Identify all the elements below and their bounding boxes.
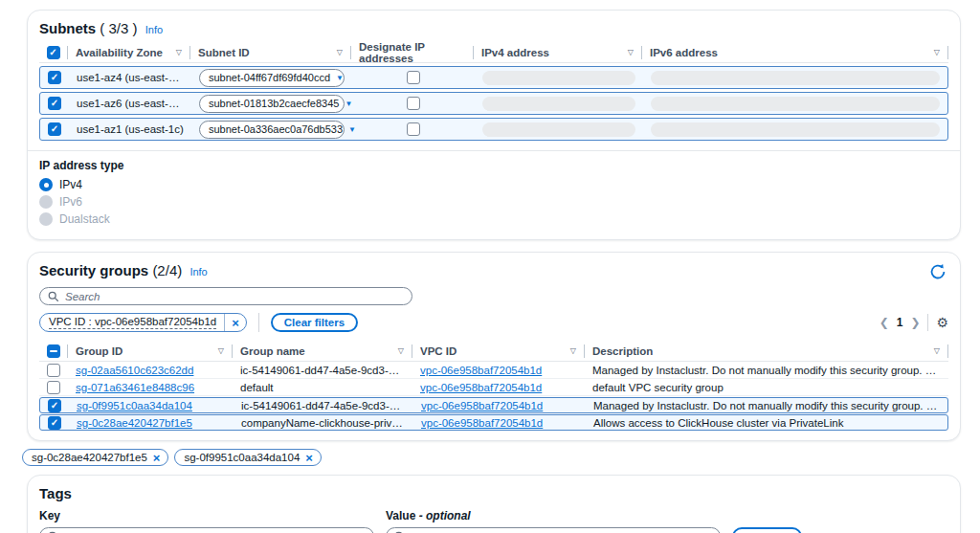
description-value: default VPC security group: [585, 382, 948, 393]
vpc-id-link[interactable]: vpc-06e958baf72054b1d: [421, 400, 543, 411]
tag-key-label: Key: [39, 509, 374, 522]
security-group-row[interactable]: sg-02aa5610c623c62dd ic-54149061-dd47-4a…: [39, 362, 948, 379]
sg-row-checkbox[interactable]: ✓: [48, 416, 61, 430]
refresh-icon[interactable]: [929, 262, 948, 281]
designate-ip-checkbox[interactable]: [407, 71, 420, 84]
group-name-value: ic-54149061-dd47-4a5e-9cd3-78c5dfe...: [233, 365, 412, 376]
sort-icon[interactable]: ▽: [398, 346, 404, 355]
subnet-id-value: subnet-01813b2caecfe8345: [209, 98, 339, 109]
group-name-value: companyName-clickhouse-privatelink-g...: [234, 417, 413, 429]
sg-chip: sg-0f9951c0aa34da104 ×: [174, 449, 321, 466]
column-header-vpc-id[interactable]: VPC ID▽: [412, 344, 585, 358]
sort-icon[interactable]: ▽: [934, 346, 940, 355]
clear-value-icon[interactable]: ×: [704, 529, 712, 533]
sort-icon[interactable]: ▽: [337, 48, 343, 56]
subnet-row-checkbox[interactable]: ✓: [48, 122, 61, 136]
description-value: Managed by Instaclustr. Do not manually …: [585, 365, 948, 376]
tags-title: Tags: [39, 485, 948, 501]
column-header-group-id[interactable]: Group ID▽: [68, 344, 233, 358]
column-header-ipv4-address[interactable]: IPv4 address▽: [474, 46, 642, 59]
subnet-id-select[interactable]: subnet-0a336aec0a76db533 ▼: [199, 121, 345, 139]
create-endpoint-page: Subnets ( 3/3 ) Info ✓ Availability Zone…: [0, 0, 980, 533]
tag-value-field[interactable]: ×: [386, 527, 721, 533]
remove-chip-icon[interactable]: ×: [300, 451, 319, 465]
vpc-id-link[interactable]: vpc-06e958baf72054b1d: [421, 417, 543, 429]
security-groups-count: (2/4): [152, 262, 182, 278]
pager-divider: [927, 314, 928, 331]
security-group-row[interactable]: sg-071a63461e8488c96 default vpc-06e958b…: [39, 379, 948, 396]
pagination: ❮ 1 ❯ ⚙: [880, 314, 948, 331]
subnet-row[interactable]: ✓ use1-az1 (us-east-1c) subnet-0a336aec0…: [39, 118, 948, 141]
tag-value-label: Value - optional: [386, 509, 721, 522]
vpc-id-link[interactable]: vpc-06e958baf72054b1d: [420, 365, 542, 376]
subnets-info-link[interactable]: Info: [145, 24, 163, 35]
subnets-card: Subnets ( 3/3 ) Info ✓ Availability Zone…: [27, 10, 961, 240]
column-header-description[interactable]: Description▽: [585, 344, 948, 358]
remove-tag-button[interactable]: Remove: [732, 527, 802, 533]
sort-icon[interactable]: ▽: [218, 346, 224, 355]
vpc-filter-token: VPC ID : vpc-06e958baf72054b1d ×: [39, 313, 247, 332]
chevron-left-icon[interactable]: ❮: [880, 316, 889, 329]
filter-divider: [258, 313, 259, 332]
sg-select-all-checkbox[interactable]: [47, 344, 60, 358]
page-number[interactable]: 1: [897, 316, 903, 329]
column-header-subnet-id[interactable]: Subnet ID▽: [190, 46, 351, 59]
subnets-title-text: Subnets: [39, 20, 96, 36]
group-id-link[interactable]: sg-02aa5610c623c62dd: [76, 365, 193, 376]
column-header-ipv6-address[interactable]: IPv6 address▽: [642, 46, 948, 59]
column-header-designate-ip: Designate IP addresses: [351, 46, 474, 59]
ipv6-address-field: [651, 97, 940, 111]
tag-key-field[interactable]: ×: [39, 527, 374, 533]
designate-ip-checkbox[interactable]: [407, 122, 420, 136]
search-input[interactable]: [65, 291, 404, 302]
sort-icon[interactable]: ▽: [176, 48, 182, 56]
security-group-row-selected[interactable]: ✓ sg-0f9951c0aa34da104 ic-54149061-dd47-…: [39, 397, 948, 413]
group-name-value: default: [233, 382, 412, 393]
subnet-row-checkbox[interactable]: ✓: [48, 71, 61, 84]
availability-zone-value: use1-az1 (us-east-1c): [69, 123, 191, 135]
remove-chip-icon[interactable]: ×: [147, 451, 167, 465]
ipv4-address-field: [482, 122, 635, 137]
remove-filter-icon[interactable]: ×: [225, 316, 246, 330]
sg-chip: sg-0c28ae420427bf1e5 ×: [22, 449, 168, 466]
column-header-availability-zone[interactable]: Availability Zone▽: [68, 46, 190, 59]
security-groups-search[interactable]: [39, 287, 412, 305]
radio-selected-icon[interactable]: [39, 178, 53, 191]
subnets-count: ( 3/3 ): [100, 20, 137, 36]
gear-icon[interactable]: ⚙: [936, 315, 948, 330]
subnet-row-checkbox[interactable]: ✓: [48, 97, 61, 110]
radio-option-ipv4[interactable]: IPv4: [39, 178, 948, 191]
subnet-id-select[interactable]: subnet-01813b2caecfe8345 ▼: [199, 95, 345, 113]
selected-sg-chips: sg-0c28ae420427bf1e5 × sg-0f9951c0aa34da…: [22, 449, 980, 466]
subnet-row[interactable]: ✓ use1-az6 (us-east-1b) subnet-01813b2ca…: [39, 92, 948, 115]
group-id-link[interactable]: sg-0f9951c0aa34da104: [77, 400, 192, 411]
subnets-select-all-checkbox[interactable]: ✓: [47, 46, 60, 59]
chevron-right-icon[interactable]: ❯: [910, 316, 920, 329]
tags-card: Tags Key Value - optional ×: [27, 475, 961, 533]
security-group-row-selected[interactable]: ✓ sg-0c28ae420427bf1e5 companyName-click…: [39, 414, 948, 431]
sg-row-checkbox[interactable]: ✓: [48, 399, 61, 412]
column-header-group-name[interactable]: Group name▽: [233, 344, 412, 358]
clear-key-icon[interactable]: ×: [358, 529, 366, 533]
ipv6-address-field: [651, 71, 940, 85]
security-groups-info-link[interactable]: Info: [189, 266, 207, 278]
sg-row-checkbox[interactable]: [47, 364, 60, 377]
designate-ip-checkbox[interactable]: [407, 97, 420, 110]
sg-row-checkbox[interactable]: [47, 381, 60, 394]
vpc-id-link[interactable]: vpc-06e958baf72054b1d: [420, 382, 542, 393]
description-value: Managed by Instaclustr. Do not manually …: [586, 400, 947, 411]
sort-icon[interactable]: ▽: [570, 346, 576, 355]
subnet-id-select[interactable]: subnet-04ff67df69fd40ccd ▼: [199, 69, 345, 87]
availability-zone-value: use1-az4 (us-east-1a): [69, 72, 191, 83]
group-id-link[interactable]: sg-0c28ae420427bf1e5: [77, 417, 192, 429]
search-icon: [48, 291, 59, 302]
clear-filters-button[interactable]: Clear filters: [271, 313, 358, 332]
subnet-row[interactable]: ✓ use1-az4 (us-east-1a) subnet-04ff67df6…: [39, 66, 948, 89]
sort-icon[interactable]: ▽: [934, 48, 940, 56]
ipv4-address-field: [482, 71, 635, 85]
sort-icon[interactable]: ▽: [628, 48, 634, 56]
group-name-value: ic-54149061-dd47-4a5e-9cd3-78c5dfe...: [234, 400, 413, 411]
ipv4-address-field: [482, 97, 635, 111]
radio-option-dualstack: Dualstack: [39, 212, 948, 226]
group-id-link[interactable]: sg-071a63461e8488c96: [76, 382, 194, 393]
